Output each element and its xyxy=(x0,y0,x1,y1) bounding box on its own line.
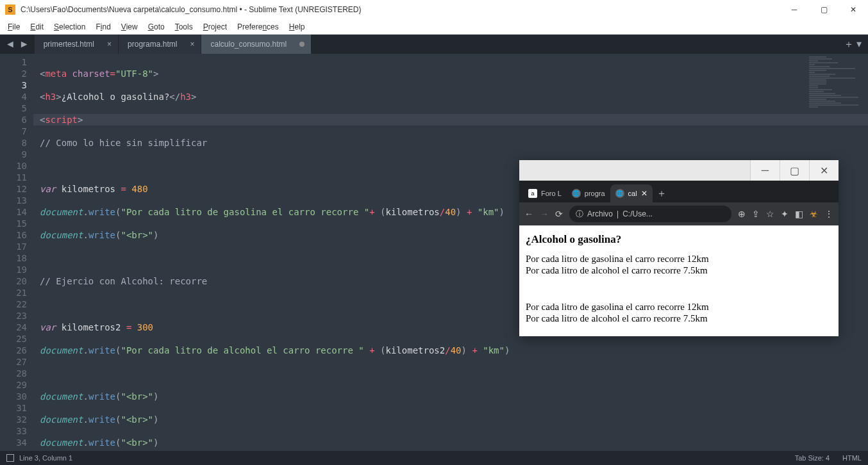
menu-preferences[interactable]: Preferences xyxy=(232,21,284,33)
tab-primertest[interactable]: primertest.html × xyxy=(35,35,118,54)
browser-content: ¿Alcohol o gasolina? Por cada litro de g… xyxy=(519,225,839,336)
browser-new-tab-button[interactable]: ＋ xyxy=(653,184,671,202)
tab-forward-icon[interactable]: ► xyxy=(19,38,29,50)
ext-icon[interactable]: ☣ xyxy=(810,209,818,219)
addr-path: C:/Use... xyxy=(622,209,653,218)
back-icon[interactable]: ← xyxy=(524,209,533,219)
info-icon: ⓘ xyxy=(576,209,583,220)
tab-modified-icon[interactable] xyxy=(299,42,305,47)
favicon-icon: a xyxy=(528,189,537,198)
output-line: Por cada litro de gasolina el carro reco… xyxy=(526,254,832,265)
menu-file[interactable]: File xyxy=(3,21,25,33)
menu-selection[interactable]: Selection xyxy=(49,21,90,33)
translate-icon[interactable]: ⊕ xyxy=(738,209,746,219)
browser-toolbar: ← → ⟳ ⓘ Archivo | C:/Use... ⊕ ⇪ ☆ ✦ ◧ ☣ … xyxy=(519,202,839,225)
tab-close-icon[interactable]: × xyxy=(190,40,194,49)
tab-size[interactable]: Tab Size: 4 xyxy=(795,454,830,462)
menubar: File Edit Selection Find View Goto Tools… xyxy=(0,19,868,35)
close-button[interactable]: ✕ xyxy=(839,0,868,19)
address-bar[interactable]: ⓘ Archivo | C:/Use... xyxy=(569,206,731,222)
browser-tab-label: cal xyxy=(628,190,637,197)
browser-close-button[interactable]: ✕ xyxy=(809,160,839,181)
syntax-lang[interactable]: HTML xyxy=(842,454,862,462)
menu-goto[interactable]: Goto xyxy=(143,21,170,33)
tabbar: ◄ ► primertest.html × programa.html × ca… xyxy=(0,35,868,54)
tab-close-icon[interactable]: × xyxy=(107,40,112,49)
browser-tab-progra[interactable]: 🌐 progra xyxy=(567,184,610,202)
favicon-icon: 🌐 xyxy=(572,189,581,198)
statusbar: Line 3, Column 1 Tab Size: 4 HTML xyxy=(0,451,868,465)
share-icon[interactable]: ⇪ xyxy=(752,209,760,219)
window-title: C:\Users\Fao\Documents\Nueva carpeta\cal… xyxy=(21,5,780,14)
bookmark-icon[interactable]: ☆ xyxy=(766,209,774,219)
menu-view[interactable]: View xyxy=(116,21,143,33)
maximize-button[interactable]: ▢ xyxy=(809,0,839,19)
menu-tools[interactable]: Tools xyxy=(170,21,198,33)
tab-label: primertest.html xyxy=(44,40,94,49)
browser-tabbar: a Foro L 🌐 progra 🌐 cal ✕ ＋ xyxy=(519,181,839,202)
new-tab-button[interactable]: ＋ ▾ xyxy=(837,35,868,54)
menu-help[interactable]: Help xyxy=(284,21,310,33)
profile-icon[interactable]: ◧ xyxy=(795,209,803,219)
browser-tab-cal[interactable]: 🌐 cal ✕ xyxy=(610,184,653,202)
tab-calculo-consumo[interactable]: calculo_consumo.html xyxy=(201,35,311,54)
minimize-button[interactable]: ─ xyxy=(780,0,809,19)
favicon-icon: 🌐 xyxy=(615,189,624,198)
page-heading: ¿Alcohol o gasolina? xyxy=(526,233,832,246)
browser-tab-close-icon[interactable]: ✕ xyxy=(641,189,647,198)
output-line: Por cada litro de alcohol el carro recor… xyxy=(526,313,832,324)
extensions-icon[interactable]: ✦ xyxy=(781,209,789,219)
reload-icon[interactable]: ⟳ xyxy=(555,209,563,219)
menu-icon[interactable]: ⋮ xyxy=(824,209,833,219)
cursor-position: Line 3, Column 1 xyxy=(19,454,72,462)
addr-label: Archivo xyxy=(587,209,613,218)
tab-label: calculo_consumo.html xyxy=(210,40,287,49)
output-line: Por cada litro de gasolina el carro reco… xyxy=(526,302,832,313)
menu-project[interactable]: Project xyxy=(198,21,232,33)
tab-label: programa.html xyxy=(128,40,177,49)
panel-icon[interactable] xyxy=(6,454,14,462)
tab-back-icon[interactable]: ◄ xyxy=(5,38,15,50)
app-logo: S xyxy=(5,4,15,15)
forward-icon[interactable]: → xyxy=(540,209,549,219)
browser-tab-label: progra xyxy=(585,190,605,197)
browser-tab-label: Foro L xyxy=(541,190,562,197)
browser-maximize-button[interactable]: ▢ xyxy=(780,160,809,181)
gutter: 12345 678910 1112131415 1617181920 21222… xyxy=(0,54,33,455)
menu-find[interactable]: Find xyxy=(90,21,115,33)
menu-edit[interactable]: Edit xyxy=(25,21,49,33)
browser-tab-foro[interactable]: a Foro L xyxy=(523,184,567,202)
output-line: Por cada litro de alcohol el carro recor… xyxy=(526,265,832,276)
browser-minimize-button[interactable]: ─ xyxy=(750,160,780,181)
tab-programa[interactable]: programa.html × xyxy=(119,35,201,54)
minimap[interactable] xyxy=(809,56,867,120)
titlebar: S C:\Users\Fao\Documents\Nueva carpeta\c… xyxy=(0,0,868,19)
browser-window: ─ ▢ ✕ a Foro L 🌐 progra 🌐 cal ✕ ＋ ← → ⟳ … xyxy=(519,160,839,336)
